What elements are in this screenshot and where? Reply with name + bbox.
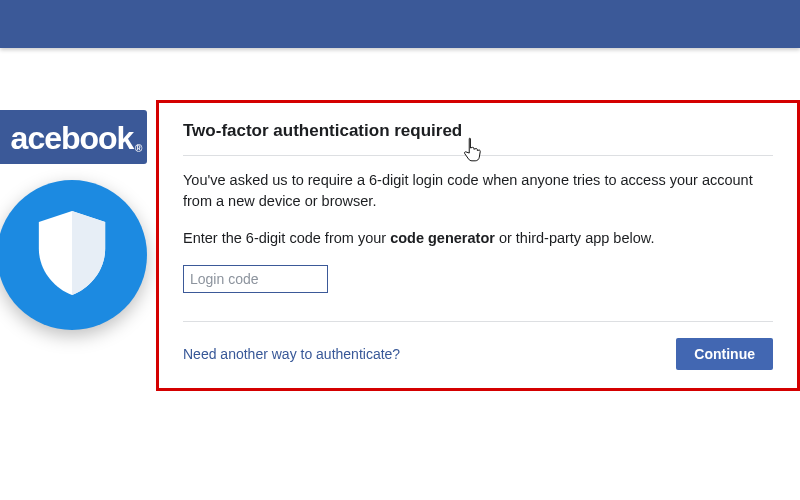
- dialog-title-text: Two-factor authentication required: [183, 121, 462, 140]
- top-nav-bar: [0, 0, 800, 48]
- brand-stack: acebook ®: [0, 110, 162, 330]
- login-code-input[interactable]: [183, 265, 328, 293]
- dialog-footer: Need another way to authenticate? Contin…: [183, 321, 773, 370]
- security-shield-badge: [0, 180, 147, 330]
- dialog-body: You've asked us to require a 6-digit log…: [183, 156, 773, 293]
- desc2-prefix: Enter the 6-digit code from your: [183, 230, 390, 246]
- alternate-auth-link[interactable]: Need another way to authenticate?: [183, 346, 400, 362]
- shield-icon: [36, 211, 108, 299]
- continue-button[interactable]: Continue: [676, 338, 773, 370]
- two-factor-dialog: Two-factor authentication required You'v…: [156, 100, 800, 391]
- desc2-suffix: or third-party app below.: [495, 230, 655, 246]
- dialog-title: Two-factor authentication required: [183, 121, 773, 156]
- desc2-strong: code generator: [390, 230, 495, 246]
- registered-mark: ®: [135, 144, 141, 154]
- facebook-logo: acebook ®: [0, 110, 147, 164]
- facebook-logo-text: acebook: [11, 120, 134, 156]
- dialog-description-1: You've asked us to require a 6-digit log…: [183, 170, 773, 212]
- dialog-description-2: Enter the 6-digit code from your code ge…: [183, 228, 773, 249]
